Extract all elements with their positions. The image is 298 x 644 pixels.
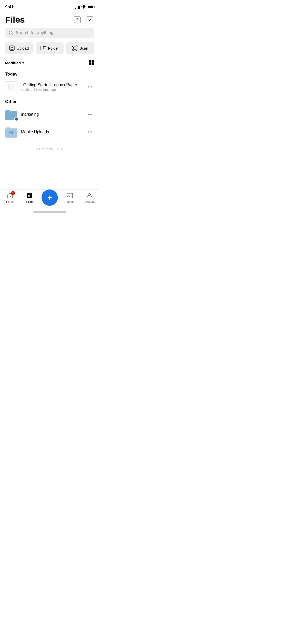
- sort-label: Modified: [5, 61, 21, 65]
- paper-file-icon: _: [5, 82, 17, 93]
- folder-action-icon: [40, 46, 46, 50]
- photos-tab-label: Photos: [65, 200, 74, 203]
- tab-bar: 1 Home Files + Photos: [0, 189, 99, 215]
- footer-count: 2 Folders, 1 File: [0, 141, 99, 157]
- files-icon: [26, 192, 33, 199]
- account-tab-icon-wrap: [86, 192, 93, 199]
- file-meta: modified 24 minutes ago: [20, 88, 83, 92]
- folder-action-label: Folder: [48, 46, 59, 50]
- file-info: marketing: [21, 112, 83, 117]
- home-badge: 1: [11, 191, 15, 195]
- section-today: Today: [0, 68, 99, 78]
- search-bar[interactable]: Search for anything: [5, 28, 94, 38]
- file-info: Mobile Uploads: [21, 130, 83, 134]
- grid-view-button[interactable]: [89, 60, 94, 65]
- action-buttons: Upload Folder Scan: [0, 42, 99, 58]
- home-tab-icon-wrap: 1: [6, 192, 13, 199]
- svg-point-11: [68, 194, 69, 195]
- svg-rect-1: [87, 17, 93, 23]
- upload-button[interactable]: [73, 16, 82, 24]
- fab-plus-icon: +: [47, 194, 52, 202]
- search-placeholder: Search for anything: [16, 30, 53, 35]
- tab-account[interactable]: Account: [82, 192, 97, 203]
- sort-button[interactable]: Modified ▼: [5, 61, 25, 65]
- file-thumbnail: _: [5, 81, 16, 93]
- status-time: 9:41: [5, 5, 14, 10]
- folder-action-button[interactable]: Folder: [36, 42, 64, 54]
- search-container: Search for anything: [0, 28, 99, 42]
- home-tab-label: Home: [6, 200, 13, 203]
- upload-action-button[interactable]: Upload: [5, 42, 33, 54]
- list-item: Mobile Uploads •••: [0, 123, 99, 141]
- svg-rect-10: [67, 193, 73, 198]
- tab-files[interactable]: Files: [22, 192, 37, 203]
- page-header: Files: [0, 13, 99, 28]
- photos-icon: [66, 192, 73, 199]
- svg-point-12: [88, 194, 91, 196]
- account-tab-label: Account: [84, 200, 94, 203]
- grid-icon: [89, 60, 94, 65]
- search-icon: [9, 31, 13, 35]
- folder-more-button[interactable]: •••: [86, 111, 94, 118]
- section-other: Other: [0, 96, 99, 106]
- people-icon: [8, 130, 15, 136]
- svg-point-8: [11, 131, 13, 133]
- tab-home[interactable]: 1 Home: [2, 192, 18, 203]
- upload-action-icon: [9, 46, 15, 51]
- svg-text:_: _: [9, 87, 10, 89]
- page-title: Files: [5, 15, 25, 25]
- checkmark-square-icon: [87, 17, 93, 23]
- folder-icon-mobile-uploads: [5, 126, 17, 138]
- sort-bar: Modified ▼: [0, 58, 99, 68]
- upload-icon: [74, 17, 80, 23]
- file-more-button[interactable]: •••: [86, 83, 94, 91]
- files-tab-label: Files: [26, 200, 33, 203]
- files-tab-icon-wrap: [26, 192, 33, 199]
- status-bar: 9:41: [0, 0, 99, 13]
- signal-icon: [75, 5, 80, 9]
- sort-arrow: ▼: [22, 61, 25, 64]
- folder-more-button[interactable]: •••: [86, 128, 94, 136]
- tab-photos[interactable]: Photos: [62, 192, 77, 203]
- wifi-icon: [82, 5, 86, 9]
- list-item: _ _ Getting Started...opbox Paper.paper …: [0, 78, 99, 96]
- folder-icon-marketing: [5, 109, 17, 120]
- svg-point-2: [9, 31, 12, 34]
- status-icons: [75, 5, 94, 9]
- file-name: _ Getting Started...opbox Paper.paper: [20, 83, 83, 87]
- scan-action-label: Scan: [79, 46, 88, 50]
- file-info: _ Getting Started...opbox Paper.paper mo…: [20, 83, 83, 92]
- fab-button[interactable]: +: [42, 189, 58, 206]
- folder-name: marketing: [21, 112, 83, 117]
- battery-icon: [88, 6, 94, 9]
- photos-tab-icon-wrap: [66, 192, 73, 199]
- header-actions: [73, 16, 94, 24]
- svg-rect-4: [74, 47, 76, 49]
- select-button[interactable]: [86, 16, 94, 24]
- home-indicator: [33, 211, 66, 213]
- folder-name: Mobile Uploads: [21, 130, 83, 134]
- upload-action-label: Upload: [17, 46, 29, 50]
- scan-action-button[interactable]: Scan: [66, 42, 94, 54]
- account-icon: [86, 192, 93, 199]
- list-item: marketing •••: [0, 106, 99, 123]
- scan-action-icon: [72, 46, 77, 51]
